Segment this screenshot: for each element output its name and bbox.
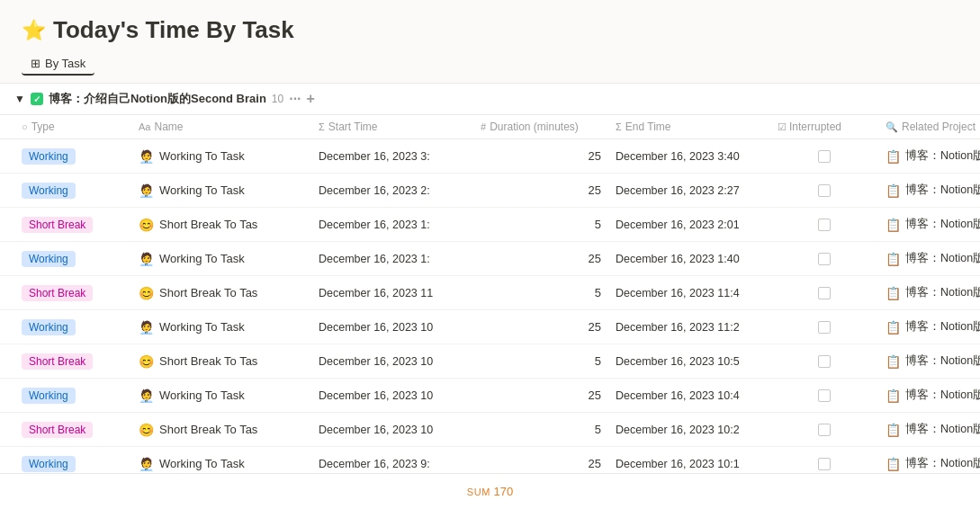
end-time-col-icon: Σ (616, 121, 622, 132)
type-cell: Working (14, 316, 131, 339)
name-cell[interactable]: 🧑‍💼 Working To Task (131, 146, 311, 167)
name-cell[interactable]: 😊 Short Break To Tas (131, 282, 311, 304)
start-time-cell: December 16, 2023 3: (311, 147, 473, 166)
related-name: 博客：Notion版的Second B (905, 183, 980, 198)
table-row[interactable]: Working 🧑‍💼 Working To Task December 16,… (0, 242, 980, 276)
related-name: 博客：Notion版的Second B (905, 422, 980, 437)
col-related-project[interactable]: 🔍 Related Project (878, 115, 980, 138)
interrupted-cell[interactable] (770, 317, 878, 337)
interrupted-checkbox[interactable] (818, 184, 831, 197)
name-emoji: 🧑‍💼 (139, 388, 154, 403)
related-cell[interactable]: 📋 博客：Notion版的Second B (878, 145, 980, 167)
col-name[interactable]: Aa Name (131, 115, 311, 138)
row-name: Working To Task (159, 320, 245, 334)
related-name: 博客：Notion版的Second B (905, 456, 980, 471)
interrupted-cell[interactable] (770, 352, 878, 371)
table-row[interactable]: Short Break 😊 Short Break To Tas Decembe… (0, 413, 980, 447)
col-interrupted[interactable]: ☑ Interrupted (770, 115, 878, 138)
name-emoji: 😊 (139, 286, 154, 300)
name-emoji: 😊 (139, 218, 154, 232)
related-icon: 📋 (886, 252, 901, 266)
name-cell[interactable]: 😊 Short Break To Tas (131, 351, 311, 372)
related-cell[interactable]: 📋 博客：Notion版的Second B (878, 384, 980, 406)
table-row[interactable]: Short Break 😊 Short Break To Tas Decembe… (0, 208, 980, 242)
name-emoji: 🧑‍💼 (139, 457, 154, 471)
interrupted-cell[interactable] (770, 283, 878, 303)
row-name: Short Break To Tas (159, 354, 257, 368)
related-cell[interactable]: 📋 博客：Notion版的Second B (878, 281, 980, 304)
start-time-cell: December 16, 2023 11 (311, 283, 473, 303)
interrupted-checkbox[interactable] (818, 253, 831, 265)
related-icon: 📋 (886, 388, 901, 403)
related-cell[interactable]: 📋 博客：Notion版的Second B (878, 350, 980, 372)
related-icon: 📋 (886, 286, 901, 300)
name-cell[interactable]: 🧑‍💼 Working To Task (131, 385, 311, 406)
group-dots[interactable]: ··· (289, 91, 301, 107)
interrupted-cell[interactable] (770, 215, 878, 235)
interrupted-checkbox[interactable] (818, 150, 831, 163)
table-row[interactable]: Working 🧑‍💼 Working To Task December 16,… (0, 139, 980, 174)
related-cell[interactable]: 📋 博客：Notion版的Second B (878, 247, 980, 270)
interrupted-cell[interactable] (770, 420, 878, 440)
group-title: 博客：介绍自己Notion版的Second Brain (49, 91, 266, 107)
related-icon: 📋 (886, 423, 901, 437)
name-cell[interactable]: 🧑‍💼 Working To Task (131, 248, 311, 270)
interrupted-checkbox[interactable] (818, 355, 831, 368)
table-icon: ⊞ (31, 57, 40, 70)
related-cell[interactable]: 📋 博客：Notion版的Second B (878, 452, 980, 475)
type-badge: Short Break (22, 353, 93, 370)
type-badge: Working (22, 148, 76, 165)
table-row[interactable]: Short Break 😊 Short Break To Tas Decembe… (0, 276, 980, 310)
group-plus[interactable]: + (307, 91, 315, 107)
duration-cell: 25 (473, 453, 608, 474)
name-cell[interactable]: 🧑‍💼 Working To Task (131, 180, 311, 201)
type-cell: Short Break (14, 418, 131, 442)
related-cell[interactable]: 📋 博客：Notion版的Second B (878, 316, 980, 338)
col-type[interactable]: ○ Type (14, 115, 131, 138)
related-col-icon: 🔍 (886, 121, 898, 133)
name-cell[interactable]: 🧑‍💼 Working To Task (131, 317, 311, 338)
col-duration[interactable]: # Duration (minutes) (473, 115, 608, 138)
name-emoji: 🧑‍💼 (139, 149, 154, 164)
interrupted-cell[interactable] (770, 249, 878, 269)
type-cell: Short Break (14, 213, 131, 237)
duration-cell: 5 (473, 351, 608, 371)
table-row[interactable]: Short Break 😊 Short Break To Tas Decembe… (0, 344, 980, 379)
duration-cell: 5 (473, 214, 608, 235)
name-cell[interactable]: 😊 Short Break To Tas (131, 214, 311, 236)
interrupted-cell[interactable] (770, 147, 878, 166)
start-time-cell: December 16, 2023 9: (311, 454, 473, 474)
interrupted-checkbox[interactable] (818, 389, 831, 402)
footer-sum: SUM 170 (0, 473, 980, 509)
end-time-cell: December 16, 2023 11:2 (608, 317, 770, 337)
type-badge: Short Break (22, 422, 93, 438)
type-cell: Working (14, 179, 131, 202)
row-name: Short Break To Tas (159, 218, 257, 231)
related-cell[interactable]: 📋 博客：Notion版的Second B (878, 418, 980, 441)
row-name: Working To Task (159, 149, 245, 163)
related-cell[interactable]: 📋 博客：Notion版的Second B (878, 213, 980, 236)
table-row[interactable]: Working 🧑‍💼 Working To Task December 16,… (0, 310, 980, 344)
interrupted-cell[interactable] (770, 454, 878, 474)
table-row[interactable]: Working 🧑‍💼 Working To Task December 16,… (0, 174, 980, 208)
start-time-cell: December 16, 2023 1: (311, 249, 473, 269)
related-cell[interactable]: 📋 博客：Notion版的Second B (878, 179, 980, 201)
group-toggle[interactable]: ▼ (14, 93, 25, 105)
interrupted-checkbox[interactable] (818, 287, 831, 299)
tab-by-task[interactable]: ⊞ By Task (22, 53, 94, 76)
interrupted-cell[interactable] (770, 181, 878, 201)
start-time-cell: December 16, 2023 10 (311, 352, 473, 371)
interrupted-cell[interactable] (770, 386, 878, 406)
interrupted-checkbox[interactable] (818, 458, 831, 470)
col-start-time[interactable]: Σ Start Time (311, 115, 473, 138)
type-cell: Working (14, 384, 131, 407)
interrupted-checkbox[interactable] (818, 321, 831, 334)
interrupted-checkbox[interactable] (818, 424, 831, 436)
interrupted-checkbox[interactable] (818, 219, 831, 231)
name-cell[interactable]: 😊 Short Break To Tas (131, 419, 311, 441)
table-row[interactable]: Working 🧑‍💼 Working To Task December 16,… (0, 379, 980, 413)
name-cell[interactable]: 🧑‍💼 Working To Task (131, 453, 311, 475)
col-end-time[interactable]: Σ End Time (608, 115, 770, 138)
name-emoji: 🧑‍💼 (139, 183, 154, 198)
related-name: 博客：Notion版的Second B (905, 319, 980, 335)
